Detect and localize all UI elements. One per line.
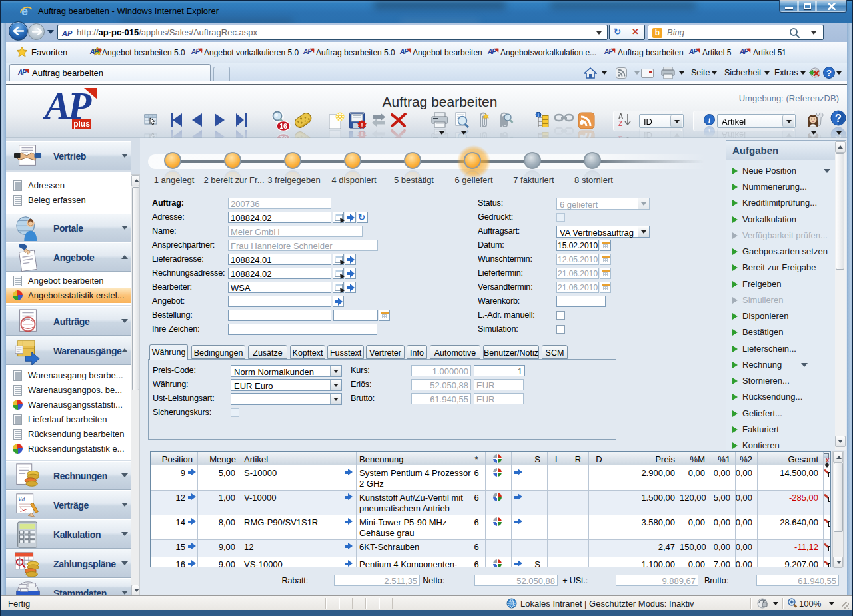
svg-text:i: i: [538, 113, 539, 117]
svg-text:!: !: [361, 122, 363, 129]
svg-text:?: ?: [835, 112, 842, 125]
svg-text:?: ?: [826, 68, 832, 78]
svg-text:Vd: Vd: [18, 495, 25, 503]
svg-text:16: 16: [279, 122, 287, 130]
svg-text:e: e: [21, 5, 28, 17]
